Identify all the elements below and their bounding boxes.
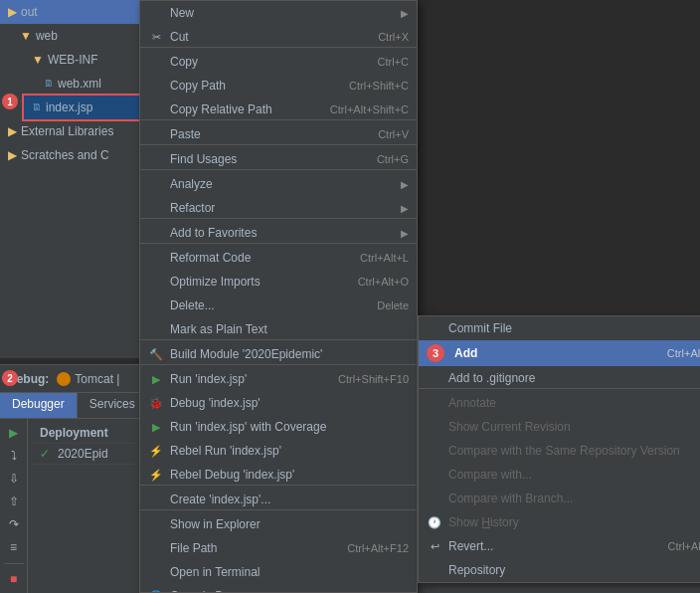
git-menu-repository[interactable]: Repository ▶ (419, 558, 700, 582)
menu-item-new[interactable]: New ▶ (140, 1, 417, 25)
sidebar-item-indexjsp[interactable]: 🗎 index.jsp (24, 96, 139, 119)
menu-item-copy-relative[interactable]: Copy Relative Path Ctrl+Alt+Shift+C (140, 98, 417, 120)
menu-item-copy[interactable]: Copy Ctrl+C (140, 50, 417, 74)
menu-label-debug: Debug 'index.jsp' (170, 396, 409, 410)
tomcat-text: Tomcat | (75, 372, 119, 386)
badge-2-indicator: 2 (2, 370, 18, 386)
menu-label-terminal: Open in Terminal (170, 565, 409, 579)
git-label-show-history: Show History (448, 515, 700, 529)
menu-label-plain-text: Mark as Plain Text (170, 322, 409, 336)
git-label-revert: Revert... (448, 539, 661, 553)
sidebar-item-out[interactable]: ▶ out (0, 0, 139, 24)
stop-btn[interactable]: ■ (4, 570, 24, 589)
tab-services[interactable]: Services (78, 393, 148, 418)
terminal-icon (148, 564, 164, 580)
git-menu-revert[interactable]: ↩ Revert... Ctrl+Alt+Z (419, 534, 700, 558)
sidebar-item-webxml[interactable]: 🗎 web.xml (36, 72, 139, 96)
revert-shortcut: Ctrl+Alt+Z (667, 540, 700, 552)
delete-shortcut: Delete (377, 299, 409, 311)
git-label-compare-branch: Compare with Branch... (448, 492, 700, 505)
app-name: 2020Epid (58, 447, 108, 461)
new-icon (148, 5, 164, 21)
folder-icon: ▼ (32, 50, 44, 70)
menu-label-new: New (170, 6, 395, 20)
git-menu-commit[interactable]: Commit File (419, 316, 700, 340)
compare-same-icon (427, 443, 442, 459)
menu-label-add-favorites: Add to Favorites (170, 226, 395, 240)
copy-path-icon (148, 78, 164, 94)
annotate-icon (427, 395, 442, 411)
step-out-btn[interactable]: ⇧ (4, 492, 24, 510)
favorites-arrow: ▶ (401, 228, 409, 239)
tab-debugger[interactable]: Debugger (0, 393, 78, 418)
menu-label-rebel-run: Rebel Run 'index.jsp' (170, 444, 409, 458)
sidebar-item-label: out (21, 2, 38, 22)
menu-item-terminal[interactable]: Open in Terminal (140, 560, 417, 584)
menu-item-optimize[interactable]: Optimize Imports Ctrl+Alt+O (140, 270, 417, 294)
copy-icon (148, 54, 164, 70)
run-to-cursor-btn[interactable]: ↷ (4, 515, 24, 534)
folder-icon: ▶ (8, 121, 17, 141)
copy-shortcut: Ctrl+C (378, 56, 409, 68)
menu-item-add-favorites[interactable]: Add to Favorites ▶ (140, 221, 417, 244)
resume-btn[interactable]: ▶ (4, 423, 24, 442)
menu-item-delete[interactable]: Delete... Delete (140, 294, 417, 317)
menu-item-cut[interactable]: ✂ Cut Ctrl+X (140, 25, 417, 48)
menu-item-find-usages[interactable]: Find Usages Ctrl+G (140, 147, 417, 170)
optimize-icon (148, 274, 164, 290)
step-over-btn[interactable]: ⤵ (4, 446, 24, 465)
sidebar-item-label: Scratches and C (21, 145, 109, 165)
sidebar-item-ext-libraries[interactable]: ▶ External Libraries (0, 119, 139, 143)
menu-item-copy-path[interactable]: Copy Path Ctrl+Shift+C (140, 74, 417, 98)
browser-icon: 🌐 (148, 588, 164, 593)
git-menu-compare-branch: Compare with Branch... (419, 487, 700, 510)
git-label-compare-with: Compare with... (448, 468, 700, 482)
menu-item-analyze[interactable]: Analyze ▶ (140, 172, 417, 196)
menu-item-rebel-debug[interactable]: ⚡ Rebel Debug 'index.jsp' (140, 463, 417, 486)
sidebar-item-label: web (36, 26, 58, 46)
plain-text-icon (148, 321, 164, 337)
filepath-icon (148, 540, 164, 556)
menu-label-find-usages: Find Usages (170, 152, 371, 166)
menu-label-optimize: Optimize Imports (170, 275, 352, 289)
menu-label-delete: Delete... (170, 298, 371, 312)
menu-label-paste: Paste (170, 127, 372, 141)
menu-item-browser[interactable]: 🌐 Open in Browser ▶ (140, 584, 417, 593)
menu-label-run: Run 'index.jsp' (170, 372, 332, 386)
paste-icon (148, 126, 164, 142)
revision-icon (427, 419, 442, 435)
sidebar-item-scratches[interactable]: ▶ Scratches and C (0, 143, 139, 167)
menu-item-show-explorer[interactable]: Show in Explorer (140, 512, 417, 536)
menu-item-paste[interactable]: Paste Ctrl+V (140, 122, 417, 145)
menu-item-run[interactable]: ▶ Run 'index.jsp' Ctrl+Shift+F10 (140, 367, 417, 391)
xml-file-icon: 🗎 (44, 74, 54, 94)
cut-icon: ✂ (148, 29, 164, 45)
filepath-shortcut: Ctrl+Alt+F12 (347, 542, 409, 554)
rebel-run-icon: ⚡ (148, 443, 164, 459)
refactor-icon (148, 200, 164, 216)
menu-item-file-path[interactable]: File Path Ctrl+Alt+F12 (140, 536, 417, 560)
sidebar-item-web[interactable]: ▼ web (12, 24, 139, 48)
menu-label-rebel-debug: Rebel Debug 'index.jsp' (170, 468, 409, 482)
git-label-commit: Commit File (448, 321, 700, 335)
menu-item-rebel-run[interactable]: ⚡ Rebel Run 'index.jsp' (140, 439, 417, 463)
menu-label-analyze: Analyze (170, 177, 395, 191)
menu-item-create[interactable]: Create 'index.jsp'... (140, 488, 417, 510)
menu-item-build[interactable]: 🔨 Build Module '2020Epidemic' (140, 342, 417, 365)
git-menu-current-revision: Show Current Revision (419, 415, 700, 439)
git-menu-gitignore[interactable]: Add to .gitignore (419, 366, 700, 389)
analyze-arrow: ▶ (401, 179, 409, 190)
context-menu[interactable]: New ▶ ✂ Cut Ctrl+X Copy Ctrl+C Copy Path… (139, 0, 418, 593)
sidebar-item-webinf[interactable]: ▼ WEB-INF (24, 48, 139, 72)
git-menu-add[interactable]: 3 Add Ctrl+Alt+A (419, 340, 700, 366)
badge-1: 1 (2, 94, 18, 109)
menu-item-plain-text[interactable]: Mark as Plain Text (140, 317, 417, 340)
menu-item-refactor[interactable]: Refactor ▶ (140, 196, 417, 219)
git-submenu[interactable]: Commit File 3 Add Ctrl+Alt+A Add to .git… (418, 315, 700, 583)
menu-item-debug[interactable]: 🐞 Debug 'index.jsp' (140, 391, 417, 415)
step-into-btn[interactable]: ⇩ (4, 469, 24, 488)
menu-item-reformat[interactable]: Reformat Code Ctrl+Alt+L (140, 246, 417, 270)
menu-item-run-coverage[interactable]: ▶ Run 'index.jsp' with Coverage (140, 415, 417, 439)
evaluate-btn[interactable]: ≡ (4, 538, 24, 557)
reformat-shortcut: Ctrl+Alt+L (360, 252, 409, 264)
